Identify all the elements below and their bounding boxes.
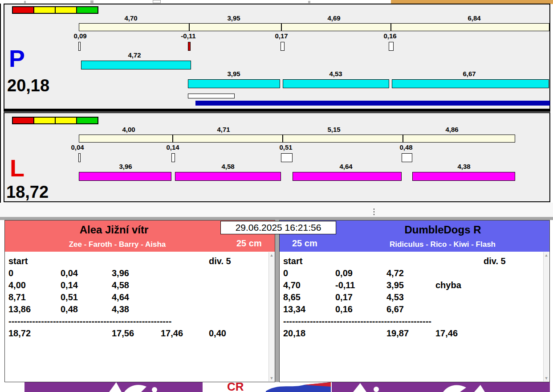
dog-time-bar <box>283 79 389 88</box>
progress-marker <box>188 94 235 98</box>
scroll-down-icon[interactable]: ▼ <box>270 376 274 380</box>
logo-shape <box>24 382 203 392</box>
result-row: 4,00 0,14 4,58 <box>5 280 275 292</box>
result-row: 13,86 0,48 4,38 <box>5 304 275 316</box>
reaction-time-label: 0,04 <box>71 143 84 151</box>
total-time: 18,72 <box>8 328 31 339</box>
start-light-green <box>76 117 98 124</box>
window-fragment-mark <box>153 0 161 3</box>
total-net-time: 17,56 <box>112 328 134 339</box>
team-panel-right: DumbleDogs R Ridiculus - Rico - Kiwi - F… <box>279 220 550 382</box>
status-strip <box>0 203 553 217</box>
cell-cumulative: 13,86 <box>8 304 31 314</box>
cell-note: chyba <box>435 280 461 290</box>
lane-l-section: 4,00 4,71 5,15 4,86 0,04 0,14 0,51 0,48 … <box>4 112 550 202</box>
window-left-edge <box>0 4 1 203</box>
cell-reaction: -0,11 <box>335 280 355 290</box>
scroll-up-icon[interactable]: ▲ <box>270 253 274 257</box>
cell-cumulative: 13,34 <box>283 304 305 314</box>
cell-split: 4,72 <box>386 268 404 278</box>
reaction-time-label: 0,51 <box>279 143 292 151</box>
start-light-yellow-1 <box>33 117 56 124</box>
split-time-track <box>79 135 515 143</box>
results-table-right[interactable]: start div. 5 0 0,09 4,72 4,70 -0,11 3,95… <box>280 252 549 382</box>
reaction-time-marker <box>78 42 81 51</box>
cursor-tick <box>374 208 374 216</box>
scrollbar[interactable]: ▲ ▼ <box>543 252 549 381</box>
split-tick <box>281 24 282 31</box>
lane-l-letter: L <box>10 156 24 180</box>
cell-cumulative: 0 <box>8 268 13 278</box>
dog-time-label: 3,95 <box>227 70 240 78</box>
total-best-time: 17,46 <box>435 328 458 339</box>
start-light-red <box>12 117 34 124</box>
cell-reaction: 0,04 <box>61 268 78 278</box>
window-fragment-mark <box>308 1 310 3</box>
total-best-time: 17,46 <box>161 328 183 339</box>
height-category-left: 25 cm <box>236 238 262 249</box>
footer-logo-band-left <box>24 382 203 392</box>
reaction-time-label: 0,16 <box>383 32 396 40</box>
reaction-time-label: 0,09 <box>73 32 86 40</box>
window-fragment-mark <box>24 1 26 3</box>
total-time: 20,18 <box>283 328 305 339</box>
cr-logo-text: ČR <box>227 382 244 392</box>
table-header-row: start div. 5 <box>280 256 549 268</box>
split-time-label: 5,15 <box>327 126 340 133</box>
logo-shape <box>332 382 550 392</box>
flag-logo-icon <box>265 382 332 392</box>
cell-split: 3,95 <box>386 280 404 290</box>
cell-split: 6,67 <box>386 304 404 314</box>
scroll-down-icon[interactable]: ▼ <box>545 376 549 380</box>
total-net-time: 19,87 <box>386 328 409 339</box>
section-divider <box>4 109 550 112</box>
start-label: start <box>283 256 302 266</box>
scroll-up-icon[interactable]: ▲ <box>545 253 549 257</box>
dog-time-label: 4,53 <box>329 70 342 78</box>
cell-reaction: 0,17 <box>335 292 353 302</box>
footer-banner: ČR <box>0 382 553 392</box>
app-window: 4,70 3,95 4,69 6,84 0,09 -0,11 0,17 0,16… <box>0 0 553 392</box>
split-time-label: 4,69 <box>327 14 340 22</box>
team-name-left: Alea Jižní vítr <box>5 224 223 236</box>
start-light-red <box>12 6 34 14</box>
reaction-time-label: 0,17 <box>275 32 288 40</box>
cell-cumulative: 0 <box>283 268 288 278</box>
reaction-time-marker <box>78 153 81 162</box>
start-light-green <box>76 6 98 14</box>
cell-cumulative: 4,00 <box>8 280 26 290</box>
totals-row: 18,72 17,56 17,46 0,40 <box>5 328 275 340</box>
separator-row: ----------------------------------------… <box>5 316 275 328</box>
reaction-time-label: 0,14 <box>166 143 179 151</box>
dog-time-label: 4,38 <box>457 163 470 170</box>
dog-time-bar <box>392 79 549 88</box>
split-tick <box>403 135 403 142</box>
dog-time-label: 4,72 <box>128 51 141 59</box>
dog-time-bar <box>412 172 515 181</box>
panel-top-band <box>0 217 553 220</box>
split-tick <box>189 24 190 31</box>
results-table-left[interactable]: start div. 5 0 0,04 3,96 4,00 0,14 4,58 … <box>5 252 275 382</box>
split-time-label: 4,70 <box>124 14 137 22</box>
lane-p-total-time: 20,18 <box>7 77 49 94</box>
cell-split: 3,96 <box>112 268 129 278</box>
division-label: div. 5 <box>209 256 231 266</box>
division-label: div. 5 <box>484 256 506 266</box>
result-row: 0 0,04 3,96 <box>5 268 275 280</box>
cell-reaction: 0,16 <box>335 304 353 314</box>
panel-gap <box>275 220 279 382</box>
height-category-right: 25 cm <box>292 238 317 249</box>
lane-p-letter: P <box>9 46 25 70</box>
start-light-yellow-2 <box>55 117 77 124</box>
cell-split: 4,53 <box>386 292 404 302</box>
timestamp-box: 29.06.2025 16:21:56 <box>220 221 336 234</box>
cell-reaction: 0,48 <box>61 304 78 314</box>
start-label: start <box>8 256 28 266</box>
progress-bar <box>195 101 550 106</box>
scrollbar[interactable]: ▲ ▼ <box>268 252 274 381</box>
lane-p-section: 4,70 3,95 4,69 6,84 0,09 -0,11 0,17 0,16… <box>4 4 550 110</box>
result-row: 8,65 0,17 4,53 <box>280 292 549 304</box>
start-light-yellow-1 <box>33 6 56 14</box>
team-name-right: DumbleDogs R <box>335 224 550 236</box>
footer-logo-center: ČR <box>203 382 332 392</box>
